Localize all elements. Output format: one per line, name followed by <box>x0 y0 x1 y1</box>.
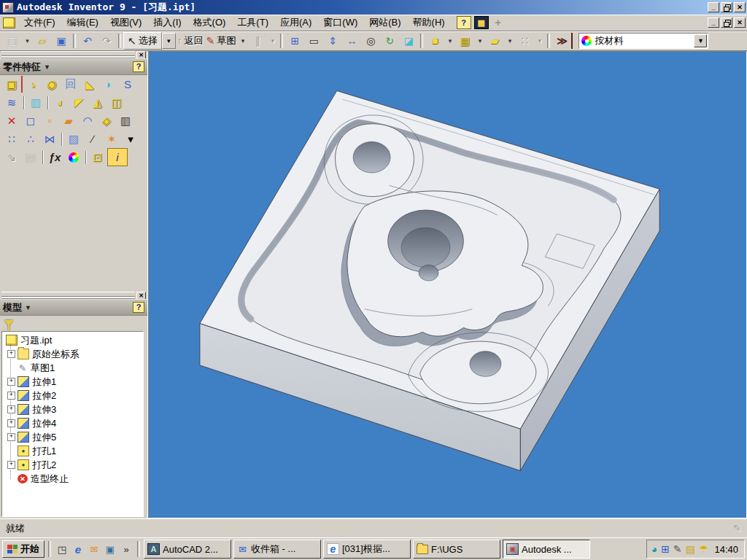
delete-face-icon[interactable]: ✕ <box>2 112 21 129</box>
tree-item[interactable]: + 拉伸4 <box>4 416 143 430</box>
palette-close-button[interactable]: ✕ <box>136 51 146 59</box>
bend-part-icon[interactable]: ◠ <box>78 112 97 129</box>
child-restore-button[interactable] <box>721 18 732 28</box>
color-override-combo[interactable]: 按材料 ▼ <box>578 33 708 49</box>
internet-explorer-icon[interactable]: e <box>71 542 85 556</box>
demote-button[interactable]: ≫ <box>552 33 573 49</box>
expand-toggle[interactable]: + <box>7 461 15 469</box>
thread-icon[interactable]: ▥ <box>26 94 45 111</box>
new-file-dropdown-arrow[interactable]: ▾ <box>22 33 33 49</box>
open-button[interactable]: ▱ <box>33 33 52 49</box>
camera-view-button[interactable]: ▤ <box>455 33 474 49</box>
taskbar-task-button[interactable]: F:\UGS <box>413 540 500 559</box>
select-tool-button[interactable]: ↖ 选择 <box>123 32 162 50</box>
work-plane-icon[interactable]: ▨ <box>64 131 83 147</box>
derived-component-icon[interactable]: ⇘ <box>2 149 21 166</box>
child-minimize-button[interactable]: _ <box>708 18 719 28</box>
tree-item[interactable]: + ✎ 草图1 <box>4 361 143 375</box>
coil-icon[interactable]: ≋ <box>2 94 21 111</box>
channels-icon[interactable]: ◳ <box>55 542 69 556</box>
menu-item[interactable]: 网站(B) <box>363 15 406 31</box>
menu-item[interactable]: 格式(O) <box>187 15 232 31</box>
rib-icon[interactable]: ◣ <box>80 76 99 93</box>
shaded-display-dropdown-arrow[interactable]: ▾ <box>444 33 455 49</box>
taskbar-task-button[interactable]: e [031]根据... <box>323 540 411 559</box>
mirror-feature-icon[interactable]: ⋈ <box>40 131 59 147</box>
show-desktop-icon[interactable]: ▣ <box>103 542 117 556</box>
work-point-icon[interactable]: ✶ <box>102 131 121 147</box>
tree-item[interactable]: + 拉伸1 <box>4 375 143 389</box>
work-features-dropdown-arrow[interactable]: ▾ <box>121 131 140 147</box>
zoom-window-button[interactable]: ▭ <box>304 33 323 49</box>
start-button[interactable]: 开始 <box>2 540 44 558</box>
rectangular-pattern-icon[interactable]: ∷ <box>2 131 21 147</box>
chamfer-icon[interactable]: ◤ <box>69 94 88 111</box>
zoom-selected-button[interactable]: ◎ <box>361 33 380 49</box>
antivirus-umbrella-icon[interactable]: ☂ <box>699 543 708 555</box>
replace-face-icon[interactable]: ◻ <box>21 112 40 129</box>
view-catalog-icon[interactable]: i <box>107 148 128 166</box>
help-topics-icon[interactable]: ? <box>457 16 471 29</box>
scheduler-icon[interactable]: ▤ <box>686 543 695 555</box>
close-button[interactable]: ✕ <box>734 2 746 12</box>
menu-item[interactable]: 帮助(H) <box>407 15 451 31</box>
select-dropdown-arrow[interactable]: ▾ <box>162 33 176 49</box>
shaded-display-button[interactable]: ■ <box>425 33 444 49</box>
network-globe-icon[interactable]: ◕ <box>651 543 657 555</box>
fillet-icon[interactable]: ◖ <box>50 94 69 111</box>
update-dropdown-arrow[interactable]: ▾ <box>267 33 278 49</box>
loft-icon[interactable]: ◗ <box>99 76 118 93</box>
menu-item[interactable]: 插入(I) <box>147 15 187 31</box>
redo-button[interactable]: ↷ <box>97 33 116 49</box>
decal-icon[interactable]: ▥ <box>116 112 135 129</box>
zoom-dynamic-button[interactable]: ⇕ <box>323 33 342 49</box>
help-button[interactable]: ? <box>133 302 144 313</box>
look-at-button[interactable]: ◪ <box>399 33 418 49</box>
stitch-surface-icon[interactable]: ▫ <box>40 112 59 129</box>
orbit-button[interactable]: ↻ <box>380 33 399 49</box>
emboss-icon[interactable]: ◈ <box>97 112 116 129</box>
appearance-icon[interactable] <box>64 149 83 166</box>
expand-toggle[interactable]: + <box>7 433 15 441</box>
palette-close-button[interactable]: ✕ <box>136 292 146 300</box>
expand-toggle[interactable]: + <box>7 350 15 358</box>
create-ipart-icon[interactable]: ▤ <box>21 149 40 166</box>
taskbar-task-button[interactable]: A AutoCAD 2... <box>144 540 231 559</box>
menu-item[interactable]: 文件(F) <box>18 15 61 31</box>
save-button[interactable]: ▣ <box>52 33 71 49</box>
thicken-offset-icon[interactable]: ▰ <box>59 112 78 129</box>
insert-ifeature-icon[interactable]: ⊡ <box>88 149 107 166</box>
tree-item[interactable]: + 原始坐标系 <box>4 347 143 361</box>
revolve-icon[interactable]: ◑ <box>21 76 42 93</box>
taskbar-task-button[interactable]: ▣ Autodesk ... <box>503 540 590 559</box>
work-axis-icon[interactable]: ∕ <box>83 131 102 147</box>
parameters-icon[interactable]: ƒx <box>45 149 64 166</box>
model-header[interactable]: 模型 ▼ ? <box>0 299 147 316</box>
tree-item[interactable]: + ✕ 造型终止 <box>4 472 143 486</box>
graphics-viewport[interactable] <box>148 51 747 518</box>
expand-toggle[interactable]: + <box>7 405 15 413</box>
visual-syllabus-icon[interactable]: ▦ <box>474 16 489 29</box>
combo-dropdown-button[interactable]: ▼ <box>694 34 707 47</box>
pen-settings-icon[interactable]: ✎ <box>673 543 682 555</box>
palette-grabber[interactable]: ✕ <box>0 51 147 58</box>
tree-item[interactable]: + 拉伸2 <box>4 389 143 402</box>
expand-toggle[interactable]: + <box>7 392 15 400</box>
minimize-button[interactable]: _ <box>708 2 719 12</box>
menu-item[interactable]: 编辑(E) <box>61 15 104 31</box>
ground-shadow-dropdown-arrow[interactable]: ▾ <box>504 33 515 49</box>
face-draft-icon[interactable]: ◭ <box>88 94 107 111</box>
return-button[interactable]: ↑ 返回 <box>176 33 205 49</box>
split-icon[interactable]: ◫ <box>107 94 126 111</box>
pan-button[interactable]: ↔ <box>342 33 361 49</box>
part-features-header[interactable]: 零件特征 ▼ ? <box>0 58 147 75</box>
palette-grabber[interactable]: ✕ <box>0 292 147 299</box>
help-button[interactable]: ? <box>133 61 144 72</box>
restore-button[interactable] <box>721 2 732 12</box>
tree-root-item[interactable]: 习题.ipt <box>4 333 143 347</box>
taskbar-task-button[interactable]: ✉ 收件箱 - ... <box>233 540 321 559</box>
sketch-button[interactable]: ✎ 草图 <box>205 33 238 49</box>
tree-item[interactable]: + 拉伸5 <box>4 430 143 444</box>
circular-pattern-icon[interactable]: ∴ <box>21 131 40 147</box>
hole-icon[interactable]: ◉ <box>42 76 61 93</box>
